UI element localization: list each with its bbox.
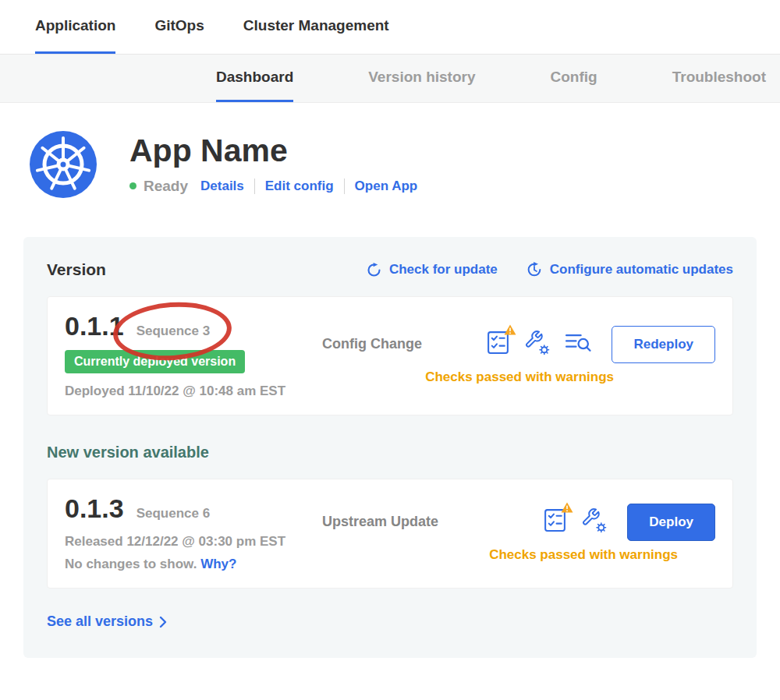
open-app-link[interactable]: Open App	[355, 179, 418, 194]
current-version-info: 0.1.1 Sequence 3 Currently deployed vers…	[65, 311, 322, 399]
edit-config-link[interactable]: Edit config	[265, 179, 334, 194]
clock-refresh-icon	[526, 261, 543, 278]
status-text: Ready	[144, 178, 188, 195]
released-timestamp: Released 12/12/22 @ 03:30 pm EST	[65, 534, 322, 550]
app-header-text: App Name Ready Details Edit config Open …	[129, 134, 417, 194]
no-changes-label: No changes to show.	[65, 557, 197, 571]
currently-deployed-badge: Currently deployed version	[65, 350, 245, 373]
warning-triangle-icon	[561, 502, 573, 513]
checks-status-text: Checks passed with warnings	[322, 369, 715, 385]
no-changes-text: No changes to show. Why?	[65, 557, 322, 572]
details-link[interactable]: Details	[200, 179, 244, 194]
tab-config[interactable]: Config	[551, 55, 597, 102]
version-panel: Version Check for update Configure au	[23, 237, 757, 658]
version-source-label: Config Change	[322, 336, 422, 352]
configure-auto-updates-label: Configure automatic updates	[550, 262, 733, 278]
nav-item-label: Application	[35, 17, 115, 34]
redeploy-button[interactable]: Redeploy	[612, 326, 715, 363]
tab-label: Version history	[368, 69, 475, 86]
new-version-info: 0.1.3 Sequence 6 Released 12/12/22 @ 03:…	[65, 493, 322, 572]
chevron-right-icon	[159, 616, 167, 628]
see-all-versions-link[interactable]: See all versions	[47, 613, 167, 630]
current-version-card: 0.1.1 Sequence 3 Currently deployed vers…	[47, 296, 733, 415]
nav-item-label: Cluster Management	[243, 17, 389, 34]
page: Application GitOps Cluster Management Da…	[0, 0, 780, 700]
nav-item-gitops[interactable]: GitOps	[154, 0, 204, 54]
list-search-icon[interactable]	[564, 331, 591, 358]
wrench-gear-icon[interactable]	[581, 507, 607, 536]
app-status-row: Ready Details Edit config Open App	[129, 178, 417, 195]
new-version-card: 0.1.3 Sequence 6 Released 12/12/22 @ 03:…	[47, 479, 733, 589]
version-source-label: Upstream Update	[322, 514, 438, 530]
current-version-actions: Config Change	[322, 311, 715, 399]
preflight-checklist-icon[interactable]	[486, 330, 510, 359]
divider	[254, 179, 255, 194]
check-icons-group	[543, 507, 607, 536]
kubernetes-logo-icon	[30, 131, 97, 198]
why-link[interactable]: Why?	[200, 557, 236, 571]
warning-triangle-icon	[504, 324, 516, 335]
panel-title: Version	[47, 260, 106, 279]
check-for-update-label: Check for update	[389, 262, 498, 278]
version-line: 0.1.3 Sequence 6	[65, 493, 322, 524]
tab-troubleshoot[interactable]: Troubleshoot	[672, 55, 766, 102]
tab-version-history[interactable]: Version history	[368, 55, 475, 102]
tab-label: Config	[551, 69, 597, 86]
version-panel-header: Version Check for update Configure au	[47, 260, 733, 279]
version-line: 0.1.1 Sequence 3	[65, 311, 322, 341]
tab-dashboard[interactable]: Dashboard	[216, 55, 293, 102]
divider	[344, 179, 345, 194]
deployed-timestamp: Deployed 11/10/22 @ 10:48 am EST	[65, 384, 322, 399]
nav-item-cluster-management[interactable]: Cluster Management	[243, 0, 389, 54]
current-version-number: 0.1.1	[65, 311, 124, 341]
configure-auto-updates-button[interactable]: Configure automatic updates	[526, 261, 733, 278]
refresh-icon	[366, 262, 382, 278]
status-dot-icon	[129, 182, 136, 189]
new-version-actions: Upstream Update	[322, 493, 715, 572]
new-version-sequence: Sequence 6	[136, 506, 211, 521]
new-version-number: 0.1.3	[65, 493, 124, 524]
see-all-versions-label: See all versions	[47, 613, 153, 630]
checks-status-text: Checks passed with warnings	[322, 547, 715, 563]
new-version-heading: New version available	[47, 444, 733, 461]
current-version-sequence: Sequence 3	[136, 323, 211, 339]
check-icons-group	[486, 330, 591, 359]
check-for-update-button[interactable]: Check for update	[366, 261, 498, 278]
top-nav: Application GitOps Cluster Management	[0, 0, 780, 55]
preflight-checklist-icon[interactable]	[543, 507, 567, 536]
deploy-button[interactable]: Deploy	[627, 504, 715, 541]
nav-item-application[interactable]: Application	[35, 0, 115, 54]
app-title: App Name	[129, 134, 417, 168]
tab-label: Dashboard	[216, 69, 293, 86]
tab-label: Troubleshoot	[672, 69, 766, 86]
app-header: App Name Ready Details Edit config Open …	[0, 103, 780, 198]
panel-actions: Check for update Configure automatic upd…	[366, 261, 733, 278]
wrench-gear-icon[interactable]	[524, 330, 550, 359]
sub-nav: Dashboard Version history Config Trouble…	[0, 55, 780, 103]
nav-item-label: GitOps	[154, 17, 204, 34]
